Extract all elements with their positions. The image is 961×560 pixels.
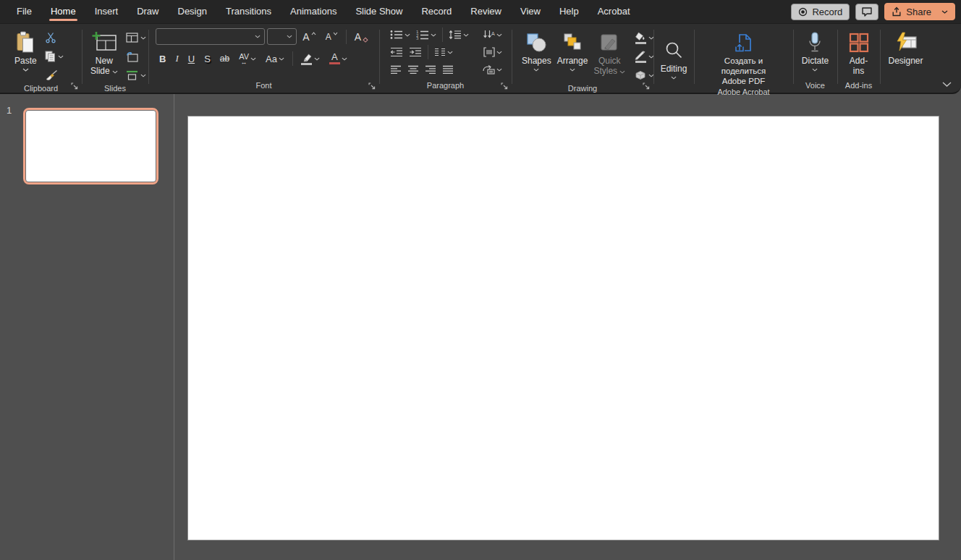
share-button-label: Share — [906, 7, 931, 17]
change-case-glyph: Aa — [266, 54, 277, 64]
slide-layout-chevron-icon[interactable] — [140, 36, 146, 40]
dictate-label: Dictate — [802, 56, 829, 66]
line-spacing-chevron-icon — [463, 33, 469, 37]
slide-editing-surface[interactable] — [187, 116, 939, 540]
designer-lightning-icon — [894, 30, 918, 56]
menu-tab-view[interactable]: View — [511, 0, 550, 23]
titlebar-actions: Record Share — [791, 3, 955, 20]
underline-button[interactable]: U — [185, 51, 198, 67]
menu-tab-insert[interactable]: Insert — [85, 0, 128, 23]
shapes-button[interactable]: Shapes — [519, 28, 554, 73]
align-text-button[interactable] — [481, 44, 504, 60]
strikethrough-button[interactable]: ab — [216, 51, 233, 67]
columns-button[interactable] — [432, 44, 455, 60]
menu-tab-acrobat[interactable]: Acrobat — [588, 0, 640, 23]
copy-button[interactable] — [43, 48, 66, 64]
editing-canvas — [174, 94, 961, 560]
format-painter-brush-icon — [45, 69, 58, 81]
font-dialog-launcher[interactable] — [368, 82, 376, 90]
shapes-icon — [525, 30, 547, 56]
paragraph-group-label: Paragraph — [427, 81, 464, 90]
designer-label: Designer — [888, 56, 923, 66]
menu-tab-slide-show[interactable]: Slide Show — [346, 0, 412, 23]
create-and-share-adobe-pdf-button[interactable]: Создать и поделиться Adobe PDF — [698, 28, 789, 88]
designer-button[interactable]: Designer — [885, 28, 926, 67]
quick-styles-chevron-icon — [619, 70, 625, 74]
bold-button[interactable]: B — [156, 51, 169, 67]
quick-styles-button[interactable]: Quick Styles — [590, 28, 628, 77]
menu-tabs: File Home Insert Draw Design Transitions… — [7, 0, 640, 23]
ribbon: Paste — [0, 23, 961, 94]
change-case-button[interactable]: Aa — [262, 51, 288, 67]
slide-thumbnail-selected[interactable] — [23, 108, 158, 184]
convert-to-smartart-button[interactable] — [480, 61, 504, 77]
dictate-button[interactable]: Dictate — [799, 28, 831, 73]
menu-tab-animations[interactable]: Animations — [281, 0, 346, 23]
clipboard-dialog-launcher[interactable] — [71, 82, 78, 90]
menu-tab-file[interactable]: File — [7, 0, 41, 23]
font-name-select[interactable] — [156, 28, 265, 45]
text-highlight-color-button[interactable] — [297, 51, 323, 67]
record-button[interactable]: Record — [791, 4, 850, 20]
text-shadow-button[interactable]: S — [200, 51, 214, 67]
increase-indent-button[interactable] — [407, 44, 424, 60]
decrease-indent-button[interactable] — [388, 44, 405, 60]
paste-button[interactable]: Paste — [12, 28, 40, 73]
new-slide-dropdown-chevron-icon[interactable] — [112, 70, 118, 74]
font-color-button[interactable]: A — [326, 51, 351, 67]
share-dropdown-chevron-icon[interactable] — [941, 10, 948, 14]
increase-font-size-button[interactable]: A — [299, 29, 319, 45]
section-button[interactable] — [124, 67, 148, 83]
section-chevron-icon[interactable] — [140, 74, 146, 77]
paste-dropdown-chevron-icon[interactable] — [22, 68, 29, 72]
arrange-button[interactable]: Arrange — [554, 28, 591, 73]
share-button[interactable]: Share — [884, 3, 955, 20]
numbering-button[interactable]: 123 — [414, 27, 439, 43]
justify-icon — [442, 65, 454, 75]
paragraph-dialog-launcher[interactable] — [501, 82, 508, 90]
editing-button[interactable]: Editing — [658, 36, 690, 81]
align-text-icon — [483, 47, 495, 57]
comments-button[interactable] — [855, 4, 879, 20]
menu-tab-review[interactable]: Review — [461, 0, 511, 23]
text-direction-button[interactable]: A — [480, 27, 504, 43]
ribbon-group-slides: New Slide — [82, 24, 148, 93]
menu-tab-design[interactable]: Design — [169, 0, 216, 23]
new-slide-label-line2: Slide — [90, 66, 110, 76]
new-slide-button[interactable]: New Slide — [88, 28, 121, 77]
italic-button[interactable]: I — [172, 51, 182, 67]
justify-button[interactable] — [440, 61, 456, 77]
font-size-chevron-icon — [287, 35, 292, 38]
menu-tab-record[interactable]: Record — [412, 0, 461, 23]
ribbon-group-designer: Designer — [880, 24, 931, 93]
clear-formatting-button[interactable]: A — [351, 29, 372, 45]
quick-styles-label-line2: Styles — [593, 66, 617, 76]
copy-dropdown-chevron-icon[interactable] — [58, 55, 64, 59]
font-size-select[interactable] — [267, 28, 297, 45]
cut-button[interactable] — [43, 30, 66, 46]
reset-slide-button[interactable] — [124, 48, 148, 64]
format-painter-button[interactable] — [43, 67, 66, 83]
bullets-button[interactable] — [388, 27, 412, 43]
collapse-ribbon-chevron-icon[interactable] — [942, 82, 952, 88]
character-spacing-button[interactable]: AV ↔ — [235, 51, 260, 67]
menu-tab-draw[interactable]: Draw — [127, 0, 168, 23]
find-magnifier-icon — [664, 38, 684, 64]
drawing-dialog-launcher[interactable] — [643, 82, 650, 90]
menu-tab-transitions[interactable]: Transitions — [216, 0, 281, 23]
decrease-font-size-button[interactable]: A — [322, 29, 342, 45]
adobe-pdf-label-line1: Создать и поделиться — [701, 56, 786, 76]
line-spacing-button[interactable] — [446, 27, 471, 43]
align-left-button[interactable] — [388, 61, 404, 77]
character-spacing-glyph: AV ↔ — [239, 53, 249, 65]
text-direction-chevron-icon — [496, 33, 502, 37]
align-right-button[interactable] — [423, 61, 439, 77]
menu-tab-home[interactable]: Home — [41, 0, 85, 23]
align-center-button[interactable] — [405, 61, 421, 77]
menu-tab-help[interactable]: Help — [550, 0, 588, 23]
ribbon-group-editing: Editing — [653, 24, 694, 93]
slide-layout-button[interactable] — [124, 30, 148, 46]
add-ins-button[interactable]: Add-ins — [842, 28, 876, 77]
voice-group-label: Voice — [805, 81, 825, 90]
line-spacing-icon — [449, 30, 462, 40]
